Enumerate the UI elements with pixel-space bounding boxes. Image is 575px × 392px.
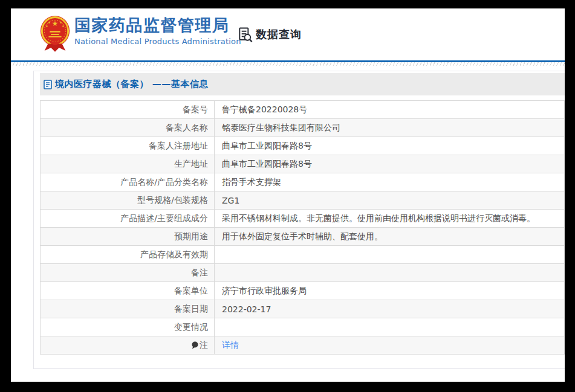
row-label: 预期用途 (41, 228, 215, 246)
browser-page: ★ ★ ★ ★ ★ 国家药品监督管理局 National Medical Pro… (11, 8, 565, 382)
row-label: 产品存储及有效期 (41, 246, 215, 264)
row-value: 铭泰医疗生物科技集团有限公司 (215, 119, 565, 137)
page-title: 境内医疗器械（备案） ——基本信息 (55, 79, 209, 90)
agency-title-block: 国家药品监督管理局 National Medical Products Admi… (74, 16, 241, 46)
svg-text:★: ★ (52, 19, 58, 28)
row-label: 产品名称/产品分类名称 (41, 173, 215, 191)
row-label: 注 (41, 336, 215, 355)
row-label-text: 产品描述/主要组成成分 (120, 213, 208, 223)
section-header-bar: 境内医疗器械（备案） ——基本信息 (40, 73, 565, 95)
row-value (215, 246, 565, 264)
site-header: ★ ★ ★ ★ ★ 国家药品监督管理局 National Medical Pro… (11, 8, 565, 60)
svg-text:★: ★ (59, 21, 62, 24)
row-label-text: 预期用途 (174, 231, 208, 241)
row-label-text: 产品名称/产品分类名称 (120, 177, 208, 187)
row-label: 备案日期 (41, 300, 215, 318)
table-row: 备案人名称 铭泰医疗生物科技集团有限公司 (41, 119, 565, 137)
table-row: 备案人注册地址 曲阜市工业园阳春路8号 (41, 137, 565, 155)
row-label-text: 备案日期 (174, 304, 208, 313)
table-row: 变更情况 (41, 318, 565, 336)
row-label-text: 备案人名称 (166, 123, 208, 132)
national-emblem-logo: ★ ★ ★ ★ ★ (39, 14, 71, 53)
table-row: 预期用途 用于体外固定复位手术时辅助、配套使用。 (41, 228, 565, 246)
row-label-text: 备案人注册地址 (149, 141, 208, 150)
row-label-text: 生产地址 (174, 159, 208, 169)
table-row: 注 详情 (41, 336, 565, 355)
row-label: 生产地址 (41, 155, 215, 173)
agency-name-en: National Medical Products Administration (74, 37, 241, 46)
note-bubble-icon (192, 341, 198, 349)
row-value: 济宁市行政审批服务局 (215, 282, 565, 300)
agency-name-cn: 国家药品监督管理局 (74, 16, 241, 35)
screenshot-stage: ★ ★ ★ ★ ★ 国家药品监督管理局 National Medical Pro… (0, 0, 575, 392)
row-value: 曲阜市工业园阳春路8号 (215, 155, 565, 173)
table-row: 产品名称/产品分类名称 指骨手术支撑架 (41, 173, 565, 191)
table-row: 生产地址 曲阜市工业园阳春路8号 (41, 155, 565, 173)
record-table: 备案号 鲁宁械备20220028号 备案人名称 铭泰医疗生物科技集团有限公司 备… (40, 100, 565, 355)
record-table-body: 备案号 鲁宁械备20220028号 备案人名称 铭泰医疗生物科技集团有限公司 备… (41, 101, 565, 355)
table-row: 备案单位 济宁市行政审批服务局 (41, 282, 565, 300)
row-value: 详情 (215, 336, 565, 355)
row-label-text: 备案单位 (174, 286, 208, 295)
row-label-text: 变更情况 (174, 322, 208, 332)
row-label: 备案人名称 (41, 119, 215, 137)
row-label-text: 产品存储及有效期 (140, 249, 208, 259)
table-row: 备注 (41, 264, 565, 282)
table-row: 备案号 鲁宁械备20220028号 (41, 101, 565, 119)
document-icon (44, 80, 52, 89)
svg-text:★: ★ (62, 25, 64, 28)
table-row: 备案日期 2022-02-17 (41, 300, 565, 318)
row-value: ZG1 (215, 191, 565, 210)
table-row: 产品存储及有效期 (41, 246, 565, 264)
row-value: 采用不锈钢材料制成。非无菌提供。使用前由使用机构根据说明书进行灭菌或消毒。 (215, 210, 565, 228)
table-row: 产品描述/主要组成成分 采用不锈钢材料制成。非无菌提供。使用前由使用机构根据说明… (41, 210, 565, 228)
row-label: 产品描述/主要组成成分 (41, 210, 215, 228)
row-value: 曲阜市工业园阳春路8号 (215, 137, 565, 155)
row-label: 备案单位 (41, 282, 215, 300)
row-label: 备案号 (41, 101, 215, 119)
row-value: 用于体外固定复位手术时辅助、配套使用。 (215, 228, 565, 246)
row-label-text: 注 (200, 340, 208, 350)
row-label-text: 型号规格/包装规格 (137, 195, 208, 205)
detail-link[interactable]: 详情 (222, 340, 239, 350)
row-label: 型号规格/包装规格 (41, 191, 215, 210)
row-label: 备注 (41, 264, 215, 282)
hatch-stripe-band (11, 62, 565, 66)
svg-text:★: ★ (48, 21, 50, 24)
row-label-text: 备案号 (183, 104, 208, 114)
row-label-text: 备注 (191, 268, 208, 277)
table-row: 型号规格/包装规格 ZG1 (41, 191, 565, 210)
row-value (215, 264, 565, 282)
data-query-label: 数据查询 (256, 27, 302, 42)
row-label: 备案人注册地址 (41, 137, 215, 155)
document-search-icon (237, 27, 253, 43)
content-panel: 境内医疗器械（备案） ——基本信息 备案号 鲁宁械备20220028号 备案人名… (33, 71, 565, 369)
row-label: 变更情况 (41, 318, 215, 336)
row-value: 2022-02-17 (215, 300, 565, 318)
data-query-nav[interactable]: 数据查询 (237, 25, 302, 44)
svg-text:★: ★ (45, 25, 48, 28)
row-value: 鲁宁械备20220028号 (215, 101, 565, 119)
row-value: 指骨手术支撑架 (215, 173, 565, 191)
row-value (215, 318, 565, 336)
